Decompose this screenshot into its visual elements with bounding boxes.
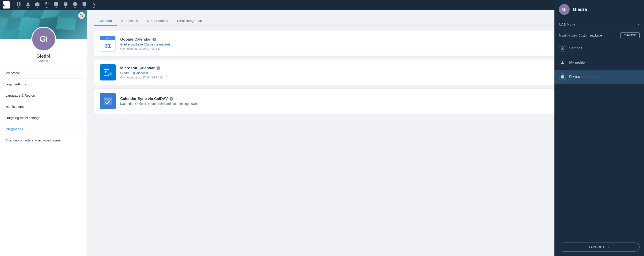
tab-url-protocols[interactable]: URL protocols [142, 17, 172, 26]
google-calendar-user: Giedrė Liutikaite (Darbas teamgate) [120, 43, 616, 46]
caldav-description: iCalendar, Outlook, Thunderbird and etc.… [120, 102, 626, 106]
avatar-wrapper: Gi [0, 27, 87, 51]
svg-rect-1 [17, 2, 18, 4]
sidebar-item-login-settings[interactable]: Login settings [0, 79, 87, 90]
nav-leads[interactable] [44, 2, 49, 8]
svg-point-8 [46, 2, 47, 4]
nav-dashboard[interactable] [16, 2, 21, 8]
user-name: Giedrė [0, 54, 87, 59]
logout-label: LOG-OUT [589, 245, 604, 249]
tab-email-integration[interactable]: Email integration [172, 17, 206, 26]
svg-rect-4 [19, 5, 20, 6]
nav-calendar[interactable] [72, 2, 78, 8]
google-calendar-info-icon[interactable]: i [152, 38, 156, 41]
microsoft-calendar-user: Giedre L (Calendar) [120, 71, 616, 75]
nav-deals[interactable] [54, 2, 59, 8]
svg-rect-2 [19, 2, 20, 4]
svg-rect-19 [83, 2, 86, 6]
microsoft-calendar-link[interactable]: Calendar [134, 71, 147, 75]
nav-tasks[interactable] [63, 2, 68, 8]
tab-calendar[interactable]: Calendar [94, 17, 117, 26]
right-panel-plan-row: Monthly plan: Custom package CHANGE [554, 30, 644, 41]
nav-reports[interactable] [82, 2, 87, 8]
svg-point-5 [27, 3, 29, 4]
logout-icon: ⇥ [606, 245, 609, 249]
tab-api-access[interactable]: API access [117, 17, 142, 26]
database-icon [559, 73, 566, 81]
sidebar-item-integrations[interactable]: Integrations [0, 124, 87, 135]
gear-icon [559, 45, 566, 52]
microsoft-calendar-info-icon[interactable]: i [156, 66, 160, 70]
topnav: tg [0, 0, 644, 10]
logout-button[interactable]: LOG-OUT ⇥ [559, 242, 640, 251]
caldav-icon [100, 93, 116, 109]
right-panel-username: Giedrė [573, 7, 587, 12]
google-calendar-link[interactable]: Darbas teamgate [145, 43, 169, 46]
nav-contacts[interactable] [26, 2, 30, 8]
sidebar-item-change-owner[interactable]: Change contacts and activities owner [0, 135, 87, 146]
svg-text:▦: ▦ [106, 38, 108, 40]
sidebar-item-my-profile[interactable]: My profile [0, 68, 87, 79]
edit-cover-button[interactable] [78, 12, 85, 19]
microsoft-calendar-connected: Connected at 11/27/18, 9:35 AM [120, 76, 616, 79]
svg-rect-12 [64, 3, 68, 6]
microsoft-calendar-info: Microsoft Calendar i Giedre L (Calendar)… [120, 66, 616, 79]
sidebar: Gi Giedrė Admin My profile Login setting… [0, 10, 87, 256]
caldav-info-icon[interactable]: i [170, 97, 173, 101]
svg-rect-6 [36, 3, 40, 6]
right-panel-org-chevron-icon[interactable]: ▾ [638, 22, 640, 27]
svg-text:O: O [105, 70, 108, 74]
svg-point-40 [108, 72, 113, 76]
logo-image: tg [3, 1, 10, 9]
sidebar-item-outgoing-mails[interactable]: Outgoing mails settings [0, 112, 87, 124]
microsoft-calendar-icon: O [100, 64, 116, 81]
right-panel: Gi Giedrė UAB Mufta ▾ Monthly plan: Cust… [554, 0, 644, 256]
right-panel-settings-label: Settings [569, 46, 582, 50]
google-calendar-info: Google Calendar i Giedrė Liutikaite (Dar… [120, 37, 616, 51]
right-panel-org-row: UAB Mufta ▾ [554, 19, 644, 30]
right-panel-header: Gi Giedrė [554, 0, 644, 19]
sidebar-item-notifications[interactable]: Notifications [0, 101, 87, 112]
right-panel-plan-label: Monthly plan: Custom package [559, 34, 602, 37]
google-calendar-title: Google Calendar i [120, 37, 616, 42]
right-panel-change-button[interactable]: CHANGE [620, 33, 640, 38]
svg-rect-9 [54, 2, 58, 6]
right-panel-myprofile-label: My profile [569, 61, 585, 65]
sidebar-nav: My profile Login settings Language & Reg… [0, 67, 87, 146]
right-panel-org-name: UAB Mufta [559, 23, 575, 26]
right-panel-menu-settings[interactable]: Settings [554, 41, 644, 55]
app-logo[interactable]: tg [3, 1, 10, 9]
user-role: Admin [0, 59, 87, 63]
caldav-title: Calendar Sync via CalDAV i [120, 97, 626, 101]
svg-point-43 [562, 61, 563, 63]
main-layout: Gi Giedrė Admin My profile Login setting… [0, 10, 644, 256]
google-calendar-connected: Connected at 10/1/18, 4:23 PM [120, 47, 616, 51]
svg-rect-3 [17, 5, 18, 6]
right-panel-menu-remove-demo[interactable]: Remove demo data [554, 70, 644, 84]
nav-companies[interactable] [35, 2, 40, 8]
user-avatar: Gi [31, 27, 56, 51]
right-panel-menu-my-profile[interactable]: My profile [554, 55, 644, 70]
caldav-info: Calendar Sync via CalDAV i iCalendar, Ou… [120, 97, 626, 106]
right-panel-avatar: Gi [559, 4, 570, 15]
profile-icon [559, 59, 566, 66]
sidebar-item-language-region[interactable]: Language & Region [0, 90, 87, 101]
svg-text:tg: tg [3, 4, 5, 7]
nav-settings[interactable] [91, 2, 96, 8]
svg-rect-42 [104, 98, 112, 100]
right-panel-removedemo-label: Remove demo data [569, 75, 600, 79]
google-calendar-icon: ▦ 31 [100, 36, 116, 52]
microsoft-calendar-title: Microsoft Calendar i [120, 66, 616, 70]
